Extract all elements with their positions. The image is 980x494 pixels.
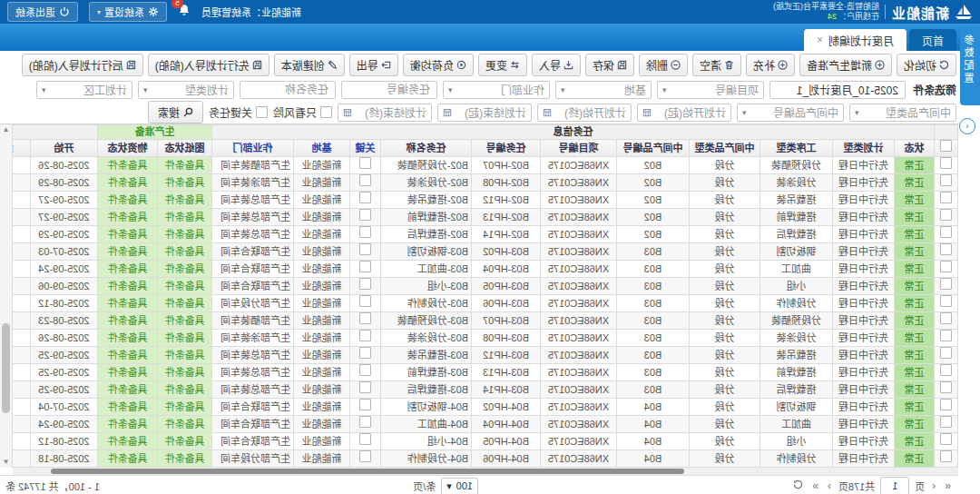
page-size-select[interactable]: 100▾ bbox=[441, 478, 478, 494]
key-task-flag-checkbox[interactable] bbox=[359, 399, 371, 410]
pager-refresh-icon[interactable] bbox=[791, 479, 805, 492]
scroll-up-icon[interactable]: ▲ bbox=[0, 124, 12, 135]
key-task-flag-checkbox[interactable] bbox=[359, 192, 371, 203]
supplement-button[interactable]: 补充 bbox=[746, 54, 795, 76]
cell-project: XN68EC0175 bbox=[541, 364, 617, 381]
key-task-flag-checkbox[interactable] bbox=[359, 330, 371, 341]
row-checkbox[interactable] bbox=[940, 295, 952, 307]
export-button[interactable]: 导出 bbox=[349, 54, 398, 76]
first-page-button[interactable]: « bbox=[943, 479, 953, 492]
load-balance-button[interactable]: 负荷均衡 bbox=[403, 54, 474, 76]
forward-plan-import-button[interactable]: 先行计划导入(船舶) bbox=[148, 54, 270, 76]
row-checkbox[interactable] bbox=[940, 312, 952, 324]
tab-monthly-plan[interactable]: 月度计划编制× bbox=[804, 29, 906, 51]
key-task-flag-checkbox[interactable] bbox=[359, 347, 371, 359]
import-button[interactable]: 导入 bbox=[532, 54, 581, 76]
row-checkbox[interactable] bbox=[940, 261, 952, 272]
task-no-input[interactable] bbox=[341, 81, 437, 99]
prev-page-button[interactable]: ‹ bbox=[930, 479, 937, 492]
change-button[interactable]: 变更 bbox=[478, 54, 527, 76]
horizontal-scroll-thumb[interactable] bbox=[51, 469, 684, 474]
column-header-material: 物资状态 bbox=[97, 140, 157, 157]
scroll-down-icon[interactable]: ▼ bbox=[0, 457, 12, 468]
key-task-flag-checkbox[interactable] bbox=[359, 226, 371, 238]
task-name-input-field[interactable] bbox=[245, 83, 330, 97]
side-panel-strip[interactable]: 参数配置 bbox=[960, 27, 980, 105]
add-production-prep-button[interactable]: 新增生产准备 bbox=[799, 54, 892, 76]
last-page-button[interactable]: » bbox=[810, 479, 820, 492]
plan-version-input[interactable] bbox=[769, 81, 906, 99]
row-checkbox[interactable] bbox=[940, 278, 952, 290]
row-checkbox[interactable] bbox=[940, 450, 952, 462]
key-task-flag-checkbox[interactable] bbox=[359, 416, 371, 428]
settings-button[interactable]: 系统设置 ▾ bbox=[89, 2, 167, 22]
key-task-flag-checkbox[interactable] bbox=[359, 381, 371, 393]
row-checkbox[interactable] bbox=[940, 174, 952, 186]
row-checkbox[interactable] bbox=[940, 226, 952, 238]
logout-button[interactable]: 退出系统 bbox=[7, 2, 78, 22]
key-task-flag-checkbox[interactable] bbox=[359, 433, 371, 445]
backward-plan-import-button[interactable]: 后行计划导入(船舶) bbox=[22, 54, 143, 76]
work-area-select[interactable]: 计划工区▾ bbox=[36, 81, 132, 99]
toolbar-button-label: 初始化 bbox=[904, 57, 936, 73]
key-task-flag-checkbox[interactable] bbox=[359, 261, 371, 272]
intermediate-product-no-select[interactable]: 中间产品编号▾ bbox=[737, 104, 844, 122]
init-button[interactable]: 初始化 bbox=[897, 54, 956, 76]
row-checkbox[interactable] bbox=[940, 192, 952, 203]
row-checkbox[interactable] bbox=[940, 347, 952, 359]
save-button[interactable]: 保存 bbox=[585, 54, 634, 76]
vertical-scroll-thumb[interactable] bbox=[2, 323, 10, 412]
task-no-input-field[interactable] bbox=[347, 83, 432, 97]
plan-end-to-date[interactable]: 计划结束(终) bbox=[338, 104, 432, 122]
task-name-input[interactable] bbox=[240, 81, 336, 99]
base-select[interactable]: 基地▾ bbox=[555, 81, 652, 99]
key-task-flag-checkbox[interactable] bbox=[359, 364, 371, 376]
key-task-flag-checkbox[interactable] bbox=[359, 450, 371, 462]
cell-task_no: B03-HP12 bbox=[472, 347, 541, 364]
row-checkbox[interactable] bbox=[940, 330, 952, 341]
plan-version-input-field[interactable] bbox=[775, 83, 900, 97]
select-all-checkbox[interactable] bbox=[940, 140, 952, 152]
vertical-scrollbar[interactable]: ▲ ▼ bbox=[0, 124, 13, 468]
notifications-button[interactable]: 5 bbox=[178, 4, 191, 20]
key-task-checkbox[interactable]: 关键任务 bbox=[209, 104, 268, 120]
department-select[interactable]: 作业部门▾ bbox=[443, 81, 550, 99]
key-task-flag-checkbox[interactable] bbox=[359, 243, 371, 255]
delete-button[interactable]: 删除 bbox=[639, 54, 688, 76]
risk-only-checkbox-box[interactable] bbox=[320, 106, 332, 118]
key-task-flag-checkbox[interactable] bbox=[359, 278, 371, 290]
key-task-checkbox-box[interactable] bbox=[256, 106, 268, 118]
key-task-flag-checkbox[interactable] bbox=[359, 209, 371, 221]
key-task-flag-checkbox[interactable] bbox=[359, 157, 371, 169]
cell-check bbox=[935, 347, 958, 364]
row-checkbox[interactable] bbox=[940, 416, 952, 428]
tab-close-icon[interactable]: × bbox=[817, 35, 823, 45]
cell-check bbox=[935, 226, 958, 243]
sidebar-collapse-button[interactable]: ‹ bbox=[959, 118, 975, 134]
plan-start-from-date[interactable]: 计划开始(起) bbox=[637, 104, 731, 122]
tab-home[interactable]: 首页 bbox=[909, 29, 956, 51]
row-checkbox[interactable] bbox=[940, 433, 952, 445]
plan-start-to-date[interactable]: 计划开始(终) bbox=[537, 104, 632, 122]
next-page-button[interactable]: › bbox=[826, 479, 833, 492]
row-checkbox[interactable] bbox=[940, 157, 952, 169]
clear-button[interactable]: 清空 bbox=[692, 54, 741, 76]
key-task-flag-checkbox[interactable] bbox=[359, 174, 371, 186]
row-checkbox[interactable] bbox=[940, 243, 952, 255]
plan-type-select[interactable]: 计划类型▾ bbox=[138, 81, 234, 99]
row-checkbox[interactable] bbox=[940, 209, 952, 221]
risk-only-checkbox[interactable]: 只看风险 bbox=[273, 104, 332, 120]
project-no-select[interactable]: 项目编号▾ bbox=[657, 81, 764, 99]
row-checkbox[interactable] bbox=[940, 364, 952, 376]
row-checkbox[interactable] bbox=[940, 381, 952, 393]
plan-end-from-date[interactable]: 计划结束(起) bbox=[437, 104, 532, 122]
key-task-flag-checkbox[interactable] bbox=[359, 295, 371, 307]
swap-icon bbox=[510, 60, 520, 70]
intermediate-product-type-select[interactable]: 中间产品类型▾ bbox=[849, 104, 956, 122]
key-task-flag-checkbox[interactable] bbox=[359, 312, 371, 324]
create-version-button[interactable]: 创建版本 bbox=[274, 54, 345, 76]
horizontal-scrollbar[interactable] bbox=[13, 468, 958, 475]
search-button[interactable]: 搜索 bbox=[148, 101, 203, 124]
page-number-input[interactable] bbox=[880, 477, 909, 494]
row-checkbox[interactable] bbox=[940, 399, 952, 410]
